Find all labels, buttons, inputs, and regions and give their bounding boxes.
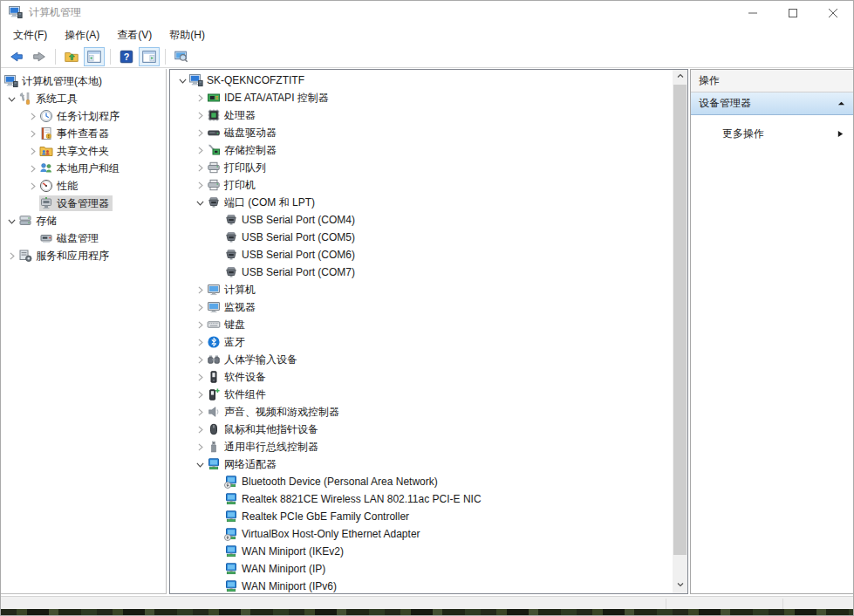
scan-hardware-button[interactable]	[171, 47, 192, 66]
console-tree-item[interactable]: 计算机管理(本地)	[1, 72, 166, 90]
console-tree-item[interactable]: 存储	[1, 212, 166, 229]
device-tree-item[interactable]: Bluetooth Device (Personal Area Network)	[170, 473, 673, 490]
actions-panel: 操作 设备管理器 更多操作	[690, 69, 854, 594]
chevron-right-icon[interactable]	[193, 161, 207, 175]
device-tree-item[interactable]: USB Serial Port (COM6)	[170, 246, 673, 264]
device-tree-item[interactable]: 打印队列	[170, 159, 673, 176]
storage-icon	[18, 214, 32, 228]
chevron-right-icon[interactable]	[25, 179, 39, 193]
back-arrow-button[interactable]	[6, 47, 27, 66]
menu-item-1[interactable]: 文件(F)	[4, 24, 56, 46]
device-tree-item[interactable]: WAN Miniport (IP)	[170, 560, 673, 578]
chevron-right-icon[interactable]	[193, 352, 207, 366]
maximize-button[interactable]	[773, 1, 813, 25]
chevron-right-icon[interactable]	[25, 109, 39, 123]
tree-item-label: 鼠标和其他指针设备	[224, 421, 322, 438]
device-tree-item[interactable]: 声音、视频和游戏控制器	[170, 403, 673, 421]
device-tree-item[interactable]: 键盘	[170, 316, 673, 333]
scroll-up-button[interactable]	[673, 70, 687, 85]
console-tree-item[interactable]: 共享文件夹	[1, 142, 166, 160]
chevron-right-icon[interactable]	[193, 143, 207, 157]
scroll-up-icon	[675, 71, 686, 84]
scrollbar-thumb[interactable]	[673, 85, 687, 555]
device-tree-item[interactable]: 网络适配器	[170, 455, 673, 473]
chevron-right-icon[interactable]	[25, 127, 39, 140]
console-tree-item[interactable]: 服务和应用程序	[1, 247, 166, 264]
sound-icon	[207, 405, 221, 419]
forward-arrow-button[interactable]	[29, 47, 50, 66]
device-tree-item[interactable]: Realtek PCIe GbE Family Controller	[170, 508, 673, 525]
device-tree-item[interactable]: 人体学输入设备	[170, 351, 673, 368]
tree-item-label: 本地用户和组	[57, 161, 123, 177]
actions-group-header[interactable]: 设备管理器	[691, 92, 853, 115]
device-tree-item[interactable]: 处理器	[170, 106, 673, 124]
device-tree-item[interactable]: 端口 (COM 和 LPT)	[170, 194, 673, 211]
chevron-right-icon[interactable]	[193, 335, 207, 349]
menu-item-3[interactable]: 查看(V)	[108, 24, 161, 46]
chevron-right-icon[interactable]	[25, 161, 39, 175]
chevron-down-icon[interactable]	[175, 73, 189, 87]
console-tree-item[interactable]: 设备管理器	[1, 195, 166, 212]
device-tree-item[interactable]: IDE ATA/ATAPI 控制器	[170, 89, 673, 106]
device-tree-item[interactable]: VirtualBox Host-Only Ethernet Adapter	[170, 525, 673, 543]
device-tree-item[interactable]: SK-QEKNCOFZTITF	[170, 72, 673, 89]
device-tree-item[interactable]: 监视器	[170, 298, 673, 316]
device-tree-item[interactable]: 存储控制器	[170, 141, 673, 159]
device-tree-item[interactable]: 软件组件	[170, 386, 673, 403]
disk-management-icon	[39, 231, 53, 245]
folder-up-button[interactable]	[61, 47, 82, 66]
minimize-icon	[748, 7, 757, 20]
vertical-scrollbar[interactable]	[673, 70, 687, 593]
console-tree-item[interactable]: 事件查看器	[1, 125, 166, 142]
chevron-right-icon[interactable]	[193, 318, 207, 332]
chevron-right-icon[interactable]	[193, 300, 207, 314]
device-tree-item[interactable]: 磁盘驱动器	[170, 124, 673, 141]
chevron-right-icon[interactable]	[4, 249, 18, 263]
device-tree-item[interactable]: USB Serial Port (COM7)	[170, 264, 673, 281]
close-button[interactable]	[813, 1, 853, 25]
console-tree-item[interactable]: 磁盘管理	[1, 229, 166, 247]
chevron-right-icon[interactable]	[193, 108, 207, 122]
collapse-arrow-icon[interactable]	[837, 99, 845, 107]
chevron-down-icon[interactable]	[193, 195, 207, 209]
chevron-right-icon[interactable]	[193, 126, 207, 140]
device-tree-item[interactable]: 软件设备	[170, 368, 673, 386]
chevron-down-icon[interactable]	[4, 92, 18, 106]
minimize-button[interactable]	[733, 1, 773, 25]
chevron-right-icon[interactable]	[193, 405, 207, 419]
device-tree-item[interactable]: 计算机	[170, 281, 673, 298]
menu-item-4[interactable]: 帮助(H)	[161, 24, 214, 46]
chevron-down-icon[interactable]	[193, 457, 207, 471]
device-tree-item[interactable]: Realtek 8821CE Wireless LAN 802.11ac PCI…	[170, 490, 673, 508]
console-tree-button[interactable]	[84, 47, 105, 66]
chevron-right-icon[interactable]	[193, 440, 207, 454]
chevron-right-icon[interactable]	[25, 144, 39, 158]
action-item[interactable]: 更多操作	[691, 123, 853, 144]
device-tree-item[interactable]: 通用串行总线控制器	[170, 438, 673, 455]
console-tree-item[interactable]: 性能	[1, 177, 166, 195]
console-tree-item[interactable]: 本地用户和组	[1, 160, 166, 177]
device-tree-item[interactable]: WAN Miniport (IKEv2)	[170, 543, 673, 560]
device-tree-item[interactable]: USB Serial Port (COM4)	[170, 211, 673, 229]
serial-port-icon	[224, 213, 238, 227]
tree-item-label: 系统工具	[36, 91, 81, 107]
chevron-right-icon[interactable]	[193, 370, 207, 384]
device-tree-item[interactable]: WAN Miniport (IPv6)	[170, 578, 673, 594]
action-pane-button[interactable]	[139, 47, 160, 66]
menu-item-2[interactable]: 操作(A)	[56, 24, 108, 46]
help-button[interactable]: ?	[116, 47, 137, 66]
chevron-right-icon[interactable]	[193, 422, 207, 436]
device-tree-item[interactable]: 蓝牙	[170, 333, 673, 351]
toolbar-separator	[55, 49, 56, 65]
console-tree-item[interactable]: 任务计划程序	[1, 107, 166, 125]
device-tree-item[interactable]: USB Serial Port (COM5)	[170, 229, 673, 246]
chevron-down-icon[interactable]	[4, 214, 18, 228]
chevron-right-icon[interactable]	[193, 178, 207, 192]
chevron-right-icon[interactable]	[193, 91, 207, 105]
device-tree-item[interactable]: 鼠标和其他指针设备	[170, 421, 673, 438]
chevron-right-icon[interactable]	[193, 387, 207, 401]
scroll-down-button[interactable]	[673, 578, 687, 593]
console-tree-item[interactable]: 系统工具	[1, 90, 166, 107]
device-tree-item[interactable]: 打印机	[170, 176, 673, 194]
chevron-right-icon[interactable]	[193, 283, 207, 297]
